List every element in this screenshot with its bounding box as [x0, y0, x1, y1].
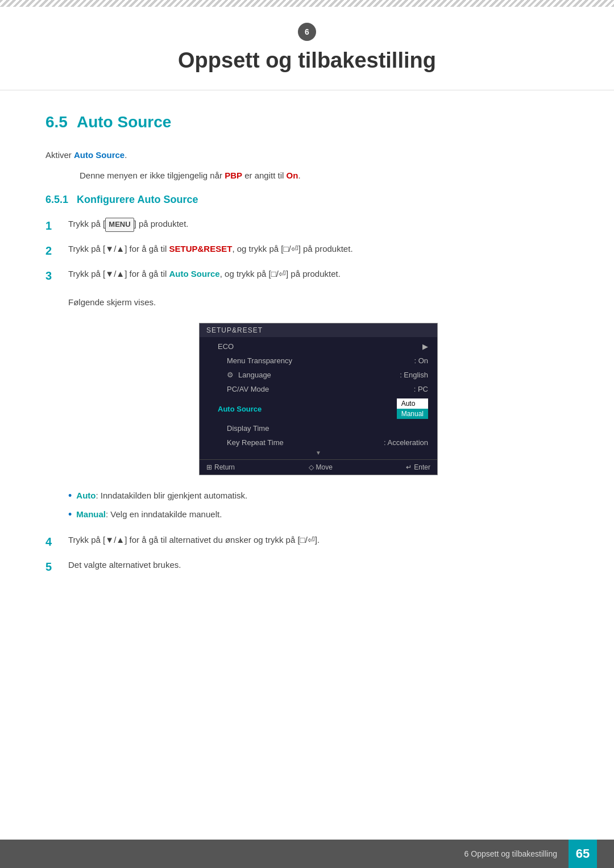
subsection-number: 6.5.1 — [45, 194, 68, 205]
step-2-number: 2 — [45, 242, 59, 259]
top-stripe — [0, 0, 614, 7]
screen-transparency-value: : On — [414, 356, 428, 365]
step-3-highlight: Auto Source — [169, 269, 220, 279]
screen-footer: ⊞ Return ◇ Move ↵ Enter — [200, 459, 437, 475]
note-middle: er angitt til — [242, 171, 287, 180]
step-1-number: 1 — [45, 217, 59, 234]
bullet-manual-text: Manual: Velg en inndatakilde manuelt. — [76, 508, 222, 521]
step-3-text: Trykk på [▼/▲] for å gå til Auto Source,… — [68, 267, 569, 281]
note-end: . — [298, 171, 300, 180]
enter-label: Enter — [414, 463, 430, 471]
bullet-auto: • Auto: Inndatakilden blir gjenkjent aut… — [68, 489, 569, 503]
bullet-auto-text: Auto: Inndatakilden blir gjenkjent autom… — [76, 489, 247, 502]
screen-mockup: SETUP&RESET ECO Menu Transparency : On ⚙ — [199, 323, 438, 475]
footer-chapter-text: 6 Oppsett og tilbakestilling — [464, 849, 557, 858]
step-4-text: Trykk på [▼/▲] for å gå til alternativet… — [68, 533, 569, 547]
screen-pcav-label: PC/AV Mode — [227, 385, 414, 393]
screen-language-label: Language — [238, 371, 400, 379]
page-footer: 6 Oppsett og tilbakestilling 65 — [0, 840, 614, 868]
bullet-dot-2: • — [68, 508, 72, 522]
screen-row-pcav: PC/AV Mode : PC — [200, 382, 437, 396]
step-4-number: 4 — [45, 533, 59, 550]
subsection-title: Konfigurere Auto Source — [77, 194, 198, 205]
step-3-subtext: Følgende skjerm vises. — [68, 296, 569, 309]
return-label: Return — [214, 463, 235, 471]
screen-row-eco: ECO — [200, 339, 437, 354]
section-heading: 6.5 Auto Source — [45, 113, 569, 131]
footer-page-number: 65 — [569, 840, 597, 868]
step-4: 4 Trykk på [▼/▲] for å gå til alternativ… — [45, 533, 569, 550]
intro-suffix: . — [125, 150, 127, 160]
enter-icon: ↵ — [406, 463, 412, 471]
step-5-number: 5 — [45, 558, 59, 575]
footer-return: ⊞ Return — [206, 463, 235, 471]
screen-pcav-value: : PC — [414, 385, 428, 393]
steps-list: 1 Trykk på [MENU] på produktet. 2 Trykk … — [45, 217, 569, 284]
step-5: 5 Det valgte alternativet brukes. — [45, 558, 569, 575]
menu-key: MENU — [105, 218, 134, 232]
screen-menu-area: ECO Menu Transparency : On ⚙ Language : … — [200, 337, 437, 459]
move-label: Move — [316, 463, 333, 471]
bullet-dot-1: • — [68, 489, 72, 503]
move-icon: ◇ — [309, 463, 314, 471]
screen-row-language: ⚙ Language : English — [200, 368, 437, 382]
step-3-number: 3 — [45, 267, 59, 284]
screen-row-transparency: Menu Transparency : On — [200, 354, 437, 368]
note-text: Denne menyen er ikke tilgjengelig når PB… — [80, 169, 569, 182]
step-2: 2 Trykk på [▼/▲] for å gå til SETUP&RESE… — [45, 242, 569, 259]
chapter-header: 6 Oppsett og tilbakestilling — [0, 0, 614, 90]
gear-icon: ⚙ — [227, 371, 234, 379]
screen-transparency-label: Menu Transparency — [227, 356, 414, 365]
chapter-title: Oppsett og tilbakestilling — [0, 48, 614, 73]
screen-autosource-label: Auto Source — [218, 405, 397, 413]
bullet-manual-label: Manual — [76, 509, 106, 519]
footer-move: ◇ Move — [309, 463, 333, 471]
intro-prefix: Aktiver — [45, 150, 74, 160]
bullet-auto-label: Auto — [76, 491, 96, 500]
screen-row-keyrepeat: Key Repeat Time : Acceleration — [200, 435, 437, 450]
note-on: On — [287, 171, 298, 180]
main-content: 6.5 Auto Source Aktiver Auto Source. Den… — [0, 113, 614, 575]
steps-list-2: 4 Trykk på [▼/▲] for å gå til alternativ… — [45, 533, 569, 575]
submenu-auto-option: Auto — [397, 398, 428, 409]
scroll-down-arrow: ▼ — [200, 450, 437, 457]
page-container: 6 Oppsett og tilbakestilling 6.5 Auto So… — [0, 0, 614, 868]
intro-line: Aktiver Auto Source. — [45, 148, 569, 162]
screen-language-value: : English — [400, 371, 428, 379]
step-2-highlight: SETUP&RESET — [169, 244, 233, 254]
screen-title-bar: SETUP&RESET — [200, 323, 437, 337]
section-title: Auto Source — [77, 113, 171, 131]
screen-submenu: Auto Manual — [397, 398, 428, 419]
screen-keyrepeat-label: Key Repeat Time — [227, 438, 384, 447]
bullet-manual: • Manual: Velg en inndatakilde manuelt. — [68, 508, 569, 522]
step-1-text: Trykk på [MENU] på produktet. — [68, 217, 569, 232]
step-1: 1 Trykk på [MENU] på produktet. — [45, 217, 569, 234]
section-number: 6.5 — [45, 113, 68, 131]
screen-eco-label: ECO — [218, 342, 418, 351]
screen-row-autosource: Auto Source Auto Manual — [200, 396, 437, 421]
subsection-heading: 6.5.1 Konfigurere Auto Source — [45, 194, 569, 206]
screen-displaytime-label: Display Time — [227, 424, 428, 433]
chapter-number-circle: 6 — [298, 23, 316, 41]
screen-mockup-container: SETUP&RESET ECO Menu Transparency : On ⚙ — [68, 323, 569, 475]
note-prefix: Denne menyen er ikke tilgjengelig når — [80, 171, 225, 180]
screen-keyrepeat-value: : Acceleration — [384, 438, 428, 447]
intro-highlight: Auto Source — [74, 150, 125, 160]
return-icon: ⊞ — [206, 463, 212, 471]
note-pbp: PBP — [225, 171, 242, 180]
bullet-list: • Auto: Inndatakilden blir gjenkjent aut… — [68, 489, 569, 522]
footer-enter: ↵ Enter — [406, 463, 430, 471]
submenu-manual-option: Manual — [397, 409, 428, 419]
step-5-text: Det valgte alternativet brukes. — [68, 558, 569, 572]
screen-row-displaytime: Display Time — [200, 421, 437, 435]
step-2-text: Trykk på [▼/▲] for å gå til SETUP&RESET,… — [68, 242, 569, 256]
step-3: 3 Trykk på [▼/▲] for å gå til Auto Sourc… — [45, 267, 569, 284]
